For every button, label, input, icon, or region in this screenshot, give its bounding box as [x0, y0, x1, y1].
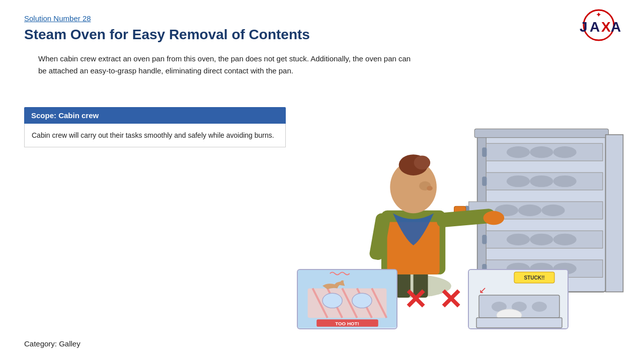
svg-point-27 [553, 234, 576, 245]
svg-text:A: A [611, 19, 621, 35]
svg-text:TOO HOT!: TOO HOT! [335, 321, 359, 326]
svg-point-9 [507, 146, 530, 158]
svg-text:✦: ✦ [596, 11, 602, 19]
svg-text:X: X [601, 19, 611, 35]
scope-header: Scope: Cabin crew [24, 107, 286, 124]
svg-point-15 [530, 175, 553, 187]
jaxa-logo: J A X A ✦ [574, 9, 624, 44]
svg-point-20 [518, 205, 541, 216]
svg-point-25 [507, 234, 530, 245]
svg-text:J: J [580, 19, 588, 35]
svg-point-42 [484, 211, 505, 225]
svg-point-21 [541, 205, 565, 216]
svg-point-26 [530, 234, 553, 245]
scope-box: Scope: Cabin crew Cabin crew will carry … [24, 107, 286, 147]
svg-point-56 [323, 293, 342, 308]
svg-rect-17 [482, 176, 487, 186]
svg-point-57 [352, 293, 372, 308]
thumb-too-hot: TOO HOT! [297, 269, 397, 329]
svg-point-11 [553, 146, 576, 158]
x-mark-2: ✕ [433, 269, 468, 329]
page-container: Solution Number 28 Steam Oven for Easy R… [0, 0, 644, 362]
thumb-stuck: STUCK!! ↙ [468, 269, 569, 329]
category-text: Category: Galley [24, 339, 80, 348]
svg-rect-66 [476, 318, 562, 328]
scope-body: Cabin crew will carry out their tasks sm… [24, 124, 286, 147]
svg-point-14 [507, 175, 530, 187]
description-text: When cabin crew extract an oven pan from… [38, 53, 421, 77]
svg-point-48 [427, 186, 433, 191]
svg-point-16 [553, 175, 576, 187]
svg-point-64 [532, 302, 547, 312]
solution-link[interactable]: Solution Number 28 [24, 14, 620, 23]
svg-rect-34 [474, 129, 608, 137]
svg-rect-28 [482, 235, 487, 244]
svg-point-10 [530, 146, 553, 158]
svg-text:A: A [590, 19, 600, 35]
svg-point-46 [414, 156, 430, 170]
page-title: Steam Oven for Easy Removal of Contents [24, 27, 620, 43]
illustration-area: TOO HOT! ✕ ✕ [297, 101, 629, 332]
svg-text:↙: ↙ [479, 285, 487, 295]
thumbnails-row: TOO HOT! ✕ ✕ [297, 266, 629, 332]
svg-rect-12 [482, 147, 487, 157]
svg-text:STUCK!!: STUCK!! [524, 275, 544, 281]
x-mark-1: ✕ [397, 269, 433, 329]
